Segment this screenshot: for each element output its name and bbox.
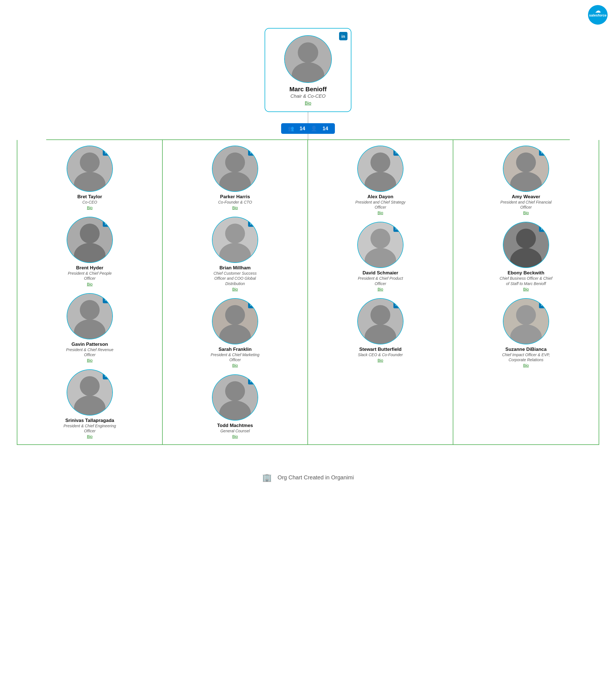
bret-bio[interactable]: Bio bbox=[87, 205, 92, 210]
ceo-vline bbox=[308, 112, 308, 123]
person-count: 14 bbox=[323, 126, 328, 132]
svg-point-4 bbox=[298, 42, 318, 63]
amy-linkedin[interactable]: in bbox=[539, 149, 546, 156]
david-avatar: in bbox=[357, 222, 403, 268]
ceo-linkedin-badge[interactable]: in bbox=[339, 32, 348, 40]
parker-avatar: in bbox=[212, 146, 258, 192]
suzanne-name: Suzanne DiBianca bbox=[506, 347, 547, 352]
reports-grid: in Bret Taylor Co-CEO Bio in Brent Hyder… bbox=[17, 140, 599, 445]
brent-title: President & Chief People Officer bbox=[63, 271, 117, 281]
parker-bio[interactable]: Bio bbox=[232, 205, 238, 210]
todd-bio[interactable]: Bio bbox=[232, 434, 238, 439]
svg-point-10 bbox=[80, 224, 100, 244]
gavin-bio[interactable]: Bio bbox=[87, 358, 92, 363]
srinivas-name: Srinivas Tallapragada bbox=[65, 418, 114, 423]
stats-badge: 👥 14 👤 14 bbox=[281, 123, 335, 134]
todd-title: General Counsel bbox=[220, 428, 250, 433]
svg-point-13 bbox=[80, 300, 100, 320]
gavin-name: Gavin Patterson bbox=[71, 342, 108, 347]
person-suzanne-dibianca: in Suzanne DiBianca Chief Impact Officer… bbox=[498, 298, 554, 368]
srinivas-title: President & Chief Engineering Officer bbox=[63, 423, 117, 433]
svg-point-22 bbox=[225, 224, 245, 244]
salesforce-logo: salesforce ☁ bbox=[588, 5, 608, 25]
stewart-avatar: in bbox=[357, 298, 403, 345]
david-name: David Schmaier bbox=[363, 270, 398, 276]
ebony-title: Chief Business Officer & Chief of Staff … bbox=[499, 276, 553, 286]
col-2: in Parker Harris Co-Founder & CTO Bio in… bbox=[163, 140, 308, 444]
david-linkedin[interactable]: in bbox=[393, 225, 401, 232]
todd-name: Todd Machtmes bbox=[217, 423, 253, 428]
suzanne-bio[interactable]: Bio bbox=[523, 363, 529, 368]
david-bio[interactable]: Bio bbox=[378, 287, 383, 291]
parker-name: Parker Harris bbox=[220, 194, 250, 200]
alex-title: President and Chief Strategy Officer bbox=[354, 200, 407, 210]
srinivas-linkedin[interactable]: in bbox=[103, 372, 110, 379]
ceo-name: Marc Benioff bbox=[289, 86, 326, 93]
brian-linkedin[interactable]: in bbox=[248, 220, 255, 227]
reports-section: in Bret Taylor Co-CEO Bio in Brent Hyder… bbox=[17, 139, 599, 445]
amy-bio[interactable]: Bio bbox=[523, 211, 529, 215]
suzanne-linkedin[interactable]: in bbox=[539, 301, 546, 308]
sarah-title: President & Chief Marketing Officer bbox=[208, 352, 262, 362]
todd-avatar: in bbox=[212, 375, 258, 421]
person-alex-dayon: in Alex Dayon President and Chief Strate… bbox=[353, 146, 409, 215]
srinivas-avatar: in bbox=[67, 369, 113, 416]
group-count: 14 bbox=[300, 126, 305, 132]
brian-avatar: in bbox=[212, 217, 258, 263]
ceo-title: Chair & Co-CEO bbox=[290, 94, 326, 99]
svg-point-37 bbox=[370, 305, 390, 325]
ebony-avatar: in bbox=[503, 222, 549, 268]
person-srinivas: in Srinivas Tallapragada President & Chi… bbox=[62, 369, 118, 439]
person-stewart-butterfield: in Stewart Butterfield Slack CEO & Co-Fo… bbox=[353, 298, 409, 363]
stewart-title: Slack CEO & Co-Founder bbox=[358, 352, 403, 357]
svg-point-16 bbox=[80, 376, 100, 396]
person-parker-harris: in Parker Harris Co-Founder & CTO Bio bbox=[207, 146, 263, 210]
footer-text: Org Chart Created in Organimi bbox=[278, 474, 354, 481]
parker-title: Co-Founder & CTO bbox=[218, 200, 252, 205]
bret-title: Co-CEO bbox=[82, 200, 97, 205]
ceo-card: in Marc Benioff Chair & Co-CEO Bio bbox=[265, 28, 351, 112]
stewart-bio[interactable]: Bio bbox=[378, 358, 383, 363]
brent-name: Brent Hyder bbox=[76, 265, 103, 271]
sarah-name: Sarah Franklin bbox=[218, 347, 252, 352]
stewart-name: Stewart Butterfield bbox=[359, 347, 401, 352]
person-ebony-beckwith: in Ebony Beckwith Chief Business Officer… bbox=[498, 222, 554, 291]
parker-linkedin[interactable]: in bbox=[248, 149, 255, 156]
svg-text:salesforce: salesforce bbox=[589, 13, 607, 18]
gavin-avatar: in bbox=[67, 293, 113, 340]
ceo-container: in Marc Benioff Chair & Co-CEO Bio 👥 bbox=[265, 28, 351, 139]
svg-point-7 bbox=[80, 153, 100, 172]
sarah-linkedin[interactable]: in bbox=[248, 301, 255, 308]
person-brent-hyder: in Brent Hyder President & Chief People … bbox=[62, 217, 118, 286]
col-4: in Amy Weaver President and Chief Financ… bbox=[453, 140, 598, 444]
srinivas-bio[interactable]: Bio bbox=[87, 434, 92, 439]
brent-linkedin[interactable]: in bbox=[103, 220, 110, 227]
stewart-linkedin[interactable]: in bbox=[393, 301, 401, 308]
organimi-icon: 🏢 bbox=[262, 473, 272, 482]
person-brian-millham: in Brian Millham Chief Customer Success … bbox=[207, 217, 263, 291]
ebony-bio[interactable]: Bio bbox=[523, 287, 529, 291]
group-icon: 👥 bbox=[288, 125, 294, 132]
brent-bio[interactable]: Bio bbox=[87, 282, 92, 286]
svg-point-46 bbox=[516, 305, 536, 325]
sarah-avatar: in bbox=[212, 298, 258, 345]
bret-linkedin[interactable]: in bbox=[103, 149, 110, 156]
ceo-section: in Marc Benioff Chair & Co-CEO Bio 👥 bbox=[0, 0, 616, 139]
brent-avatar: in bbox=[67, 217, 113, 263]
svg-point-34 bbox=[370, 229, 390, 249]
ebony-linkedin[interactable]: in bbox=[539, 225, 546, 232]
ceo-bio-link[interactable]: Bio bbox=[305, 101, 311, 106]
alex-linkedin[interactable]: in bbox=[393, 149, 401, 156]
person-sarah-franklin: in Sarah Franklin President & Chief Mark… bbox=[207, 298, 263, 368]
bret-avatar: in bbox=[67, 146, 113, 192]
brian-bio[interactable]: Bio bbox=[232, 287, 238, 291]
amy-avatar: in bbox=[503, 146, 549, 192]
amy-name: Amy Weaver bbox=[512, 194, 541, 200]
alex-avatar: in bbox=[357, 146, 403, 192]
person-amy-weaver: in Amy Weaver President and Chief Financ… bbox=[498, 146, 554, 215]
gavin-linkedin[interactable]: in bbox=[103, 296, 110, 303]
alex-bio[interactable]: Bio bbox=[378, 211, 383, 215]
amy-title: President and Chief Financial Officer bbox=[499, 200, 553, 210]
sarah-bio[interactable]: Bio bbox=[232, 363, 238, 368]
todd-linkedin[interactable]: in bbox=[248, 377, 255, 384]
